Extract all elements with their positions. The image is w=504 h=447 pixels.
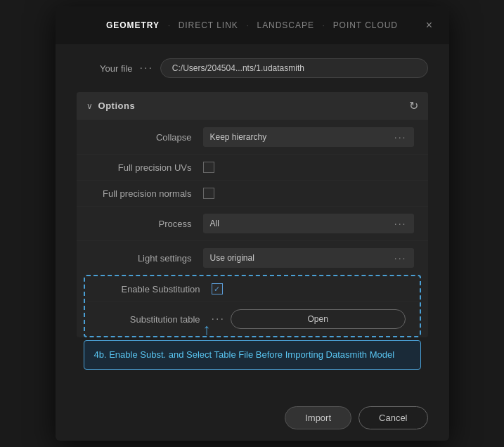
process-value: All [210,219,219,228]
options-section: ∨ Options ↻ Collapse Keep hierarchy ··· … [77,92,428,337]
file-path: C:/Users/204504...nts/1.udatasmith [160,58,428,78]
close-button[interactable]: × [421,17,438,34]
light-settings-control: Use original ··· [203,248,414,268]
light-settings-label: Light settings [91,253,203,264]
options-title: Options [98,101,136,111]
light-settings-dots: ··· [394,252,407,264]
process-control: All ··· [203,214,414,233]
import-dialog: GEOMETRY · DIRECT LINK · LANDSCAPE · POI… [56,6,449,440]
substitution-table-label: Substitution table [99,314,212,325]
light-settings-select[interactable]: Use original ··· [203,248,414,268]
collapse-row: Collapse Keep hierarchy ··· [77,119,428,154]
process-label: Process [91,219,203,229]
normals-label: Full precision normals [91,188,203,199]
normals-row: Full precision normals [77,180,428,206]
process-row: Process All ··· [77,206,428,240]
uvs-checkbox[interactable] [203,162,214,173]
dot-1: · [165,22,173,30]
chevron-icon[interactable]: ∨ [86,101,93,111]
dialog-footer: Import Cancel [56,395,449,441]
annotation-text: 4b. Enable Subst. and Select Table File … [94,349,395,360]
normals-control [203,188,414,199]
enable-substitution-checkbox[interactable] [212,283,223,294]
uvs-label: Full precision UVs [91,162,203,173]
substitution-table-control: ··· Open [212,309,406,329]
tab-geometry[interactable]: GEOMETRY [101,18,165,33]
header-tabs: GEOMETRY · DIRECT LINK · LANDSCAPE · POI… [101,18,403,33]
collapse-select-dots: ··· [394,131,407,143]
annotation-arrow-icon: ↑ [203,320,211,339]
enable-substitution-control [212,283,406,294]
uvs-row: Full precision UVs [77,154,428,180]
collapse-value: Keep hierarchy [210,132,267,142]
collapse-select[interactable]: Keep hierarchy ··· [203,127,414,147]
tab-point-cloud[interactable]: POINT CLOUD [328,18,403,33]
light-settings-value: Use original [210,253,254,263]
refresh-icon[interactable]: ↻ [409,99,418,112]
enable-substitution-row: Enable Substitution [85,276,420,302]
dot-2: · [244,22,252,30]
substitution-highlight-box: Enable Substitution Substitution table ·… [84,275,421,337]
normals-checkbox[interactable] [203,188,214,199]
collapse-control: Keep hierarchy ··· [203,127,414,147]
file-label: Your file [77,63,133,74]
file-row: Your file ··· C:/Users/204504...nts/1.ud… [77,58,428,78]
open-button[interactable]: Open [231,309,406,329]
process-select-dots: ··· [394,218,407,229]
options-header: ∨ Options ↻ [77,92,428,119]
options-header-left: ∨ Options [86,101,136,111]
light-settings-row: Light settings Use original ··· [77,240,428,275]
substitution-table-dots[interactable]: ··· [212,313,225,325]
annotation-container: ↑ 4b. Enable Subst. and Select Table Fil… [77,340,428,369]
process-select[interactable]: All ··· [203,214,414,233]
dialog-header: GEOMETRY · DIRECT LINK · LANDSCAPE · POI… [56,6,449,44]
uvs-control [203,162,414,173]
dot-3: · [320,22,328,30]
annotation-box: 4b. Enable Subst. and Select Table File … [84,340,421,369]
dialog-body: Your file ··· C:/Users/204504...nts/1.ud… [56,44,449,394]
enable-substitution-label: Enable Substitution [99,284,212,294]
tab-landscape[interactable]: LANDSCAPE [252,18,320,33]
tab-direct-link[interactable]: DIRECT LINK [173,18,244,33]
import-button[interactable]: Import [285,406,351,429]
cancel-button[interactable]: Cancel [358,406,427,429]
file-dots-button[interactable]: ··· [140,62,153,74]
collapse-label: Collapse [91,132,203,143]
substitution-table-row: Substitution table ··· Open [85,302,420,336]
